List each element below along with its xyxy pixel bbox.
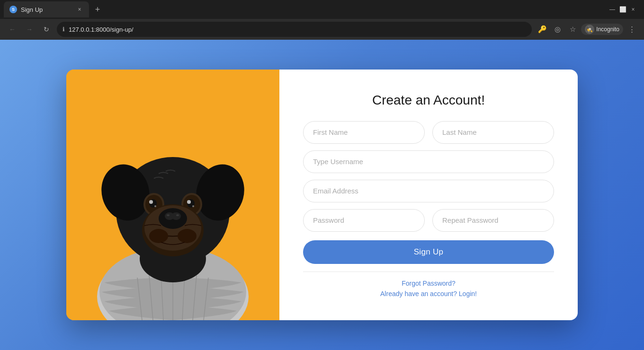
address-text: 127.0.0.1:8000/sign-up/ [69,26,134,33]
login-link[interactable]: Already have an account? Login! [380,290,477,298]
signup-card: Create an Account! Sign Up [66,70,578,320]
window-controls: — ⬜ × [609,6,640,13]
signup-form-panel: Create an Account! Sign Up [279,70,578,320]
links-section: Forgot Password? Already have an account… [380,280,477,298]
toolbar-icons: 🔑 ◎ ☆ 🕵 Incognito ⋮ [536,23,638,36]
incognito-badge[interactable]: 🕵 Incognito [581,24,623,35]
menu-button[interactable]: ⋮ [625,23,638,36]
password-input[interactable] [303,209,425,232]
password-row [303,209,554,232]
back-button[interactable]: ← [6,23,19,36]
svg-point-32 [178,229,197,243]
incognito-icon: 🕵 [585,25,594,34]
new-tab-button[interactable]: + [91,3,104,16]
dog-illustration [66,70,279,320]
minimize-button[interactable]: — [609,6,616,13]
maximize-button[interactable]: ⬜ [619,6,626,13]
close-button[interactable]: × [630,6,636,13]
tab-favicon: S [9,6,17,13]
svg-point-17 [149,200,153,204]
incognito-label: Incognito [596,26,619,33]
active-tab[interactable]: S Sign Up × [4,1,89,18]
browser-chrome: S Sign Up × + — ⬜ × ← → ↻ ℹ 127.0.0.1:80… [0,0,644,40]
svg-point-18 [154,205,156,207]
divider [303,271,554,272]
svg-point-31 [149,229,168,243]
svg-point-23 [192,205,194,207]
tab-bar: S Sign Up × + — ⬜ × [0,0,644,19]
first-name-input[interactable] [303,121,425,144]
svg-point-22 [187,200,191,204]
email-row [303,180,554,202]
tab-close-button[interactable]: × [76,6,83,13]
signup-button[interactable]: Sign Up [303,240,554,264]
email-input[interactable] [303,180,554,202]
svg-point-29 [167,214,170,216]
refresh-button[interactable]: ↻ [40,23,53,36]
repeat-password-input[interactable] [432,209,554,232]
tab-title: Sign Up [21,6,72,13]
name-row [303,121,554,144]
toolbar: ← → ↻ ℹ 127.0.0.1:8000/sign-up/ 🔑 ◎ ☆ 🕵 … [0,19,644,40]
forgot-password-link[interactable]: Forgot Password? [402,280,456,287]
username-input[interactable] [303,150,554,173]
last-name-input[interactable] [432,121,554,144]
page-content: Create an Account! Sign Up [0,40,644,350]
svg-point-28 [171,212,181,220]
form-title: Create an Account! [372,93,485,108]
bookmark-icon[interactable]: ☆ [566,23,579,36]
card-image-panel [66,70,279,320]
address-bar[interactable]: ℹ 127.0.0.1:8000/sign-up/ [57,22,532,37]
username-row [303,150,554,173]
svg-point-30 [176,214,179,216]
vpn-icon[interactable]: ◎ [551,23,564,36]
password-manager-icon[interactable]: 🔑 [536,23,549,36]
lock-icon: ℹ [63,26,65,33]
forward-button[interactable]: → [23,23,36,36]
